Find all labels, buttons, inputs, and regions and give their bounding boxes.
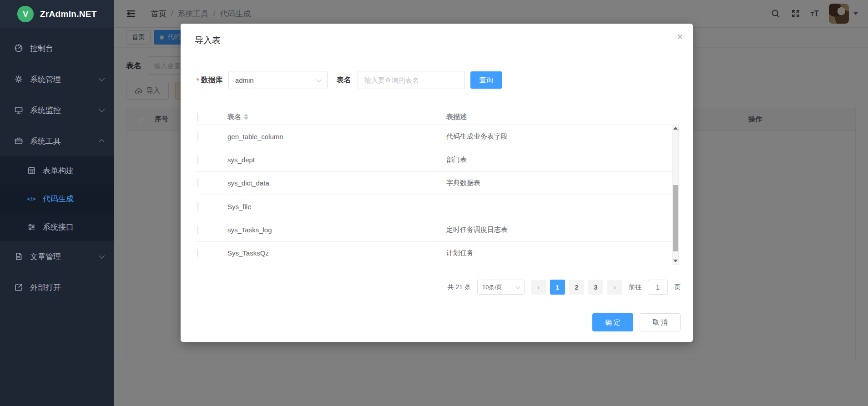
table-cell-description: 部门表 <box>446 155 672 164</box>
table-row[interactable]: gen_table_column 代码生成业务表字段 <box>197 125 672 148</box>
table-cell-name: Sys_file <box>227 203 446 211</box>
page-size-select[interactable]: 10条/页 <box>477 280 525 295</box>
sidebar-item-article-manage[interactable]: 文章管理 <box>0 241 114 272</box>
table-scroll-body[interactable]: gen_table_column 代码生成业务表字段 sys_dept 部门表 … <box>197 125 672 265</box>
table-name-input[interactable] <box>358 71 465 89</box>
sidebar-item-label: 系统工具 <box>30 136 100 146</box>
sidebar-item-form-builder[interactable]: 表单构建 <box>0 156 114 185</box>
goto-label: 前往 <box>629 283 641 291</box>
sidebar-item-system-monitor[interactable]: 系统监控 <box>0 95 114 125</box>
import-table-dialog: 导入表 × * 数据库 admin 表名 查询 表名 表描述 gen_table… <box>181 24 693 342</box>
row-checkbox[interactable] <box>197 226 198 234</box>
sidebar-item-label: 控制台 <box>30 43 104 54</box>
sidebar-item-code-generation[interactable]: </> 代码生成 <box>0 185 114 213</box>
gear-icon <box>14 74 24 84</box>
sidebar-item-label: 系统监控 <box>30 105 100 115</box>
dialog-footer: 确 定 取 消 <box>592 313 681 331</box>
sidebar-item-system-manage[interactable]: 系统管理 <box>0 64 114 95</box>
close-icon[interactable]: × <box>677 32 683 42</box>
sidebar-item-dashboard[interactable]: 控制台 <box>0 33 114 64</box>
confirm-button[interactable]: 确 定 <box>592 313 633 331</box>
row-checkbox[interactable] <box>197 179 198 187</box>
chevron-down-icon <box>316 77 321 82</box>
monitor-icon <box>14 105 24 115</box>
sidebar-item-label: 系统管理 <box>30 74 100 85</box>
required-asterisk: * <box>197 76 199 84</box>
scrollbar[interactable] <box>672 125 679 265</box>
sidebar-item-external-open[interactable]: 外部打开 <box>0 272 114 303</box>
goto-page-input[interactable] <box>648 280 668 295</box>
sort-icon[interactable] <box>244 114 248 120</box>
scroll-down-icon[interactable] <box>673 260 678 262</box>
chevron-down-icon <box>516 285 520 289</box>
table-cell-description: 计划任务 <box>446 249 672 257</box>
page-size-value: 10条/页 <box>482 283 502 291</box>
dialog-pagination: 共 21 条 10条/页 ‹ 1 2 3 › 前往 页 <box>448 280 681 295</box>
table-row[interactable]: sys_Tasks_log 定时任务调度日志表 <box>197 218 672 241</box>
sidebar-item-system-tools[interactable]: 系统工具 <box>0 125 114 156</box>
sidebar-submenu-tools: 表单构建 </> 代码生成 系统接口 <box>0 156 114 241</box>
table-cell-name: sys_Tasks_log <box>227 226 446 234</box>
prev-page-button[interactable]: ‹ <box>531 280 546 295</box>
goto-suffix: 页 <box>674 283 681 291</box>
name-column-header: 表名 <box>227 113 241 121</box>
table-row[interactable]: Sys_TasksQz 计划任务 <box>197 242 672 265</box>
sidebar-item-label: 表单构建 <box>43 165 74 176</box>
row-checkbox[interactable] <box>197 155 198 164</box>
table-cell-name: gen_table_column <box>227 133 446 140</box>
table-row[interactable]: sys_dict_data 字典数据表 <box>197 172 672 195</box>
sidebar-item-system-api[interactable]: 系统接口 <box>0 213 114 241</box>
database-label: 数据库 <box>201 75 223 85</box>
table-cell-description: 定时任务调度日志表 <box>446 226 672 234</box>
brand-name: ZrAdmin.NET <box>40 9 97 19</box>
sidebar-item-label: 代码生成 <box>43 194 74 204</box>
database-select-value: admin <box>235 76 254 84</box>
brand[interactable]: V ZrAdmin.NET <box>0 0 114 28</box>
cancel-button[interactable]: 取 消 <box>640 313 681 331</box>
table-row[interactable]: Sys_file <box>197 195 672 218</box>
table-cell-description: 代码生成业务表字段 <box>446 132 672 141</box>
next-page-button[interactable]: › <box>607 280 622 295</box>
row-checkbox[interactable] <box>197 249 198 257</box>
chevron-up-icon <box>99 139 105 145</box>
sidebar-item-label: 文章管理 <box>30 251 100 262</box>
document-icon <box>14 251 24 261</box>
dialog-table: 表名 表描述 gen_table_column 代码生成业务表字段 sys_de… <box>197 109 679 265</box>
description-column-header: 表描述 <box>446 113 679 121</box>
table-cell-description: 字典数据表 <box>446 179 672 187</box>
table-cell-name: sys_dict_data <box>227 179 446 187</box>
search-button[interactable]: 查询 <box>470 71 502 89</box>
scrollbar-thumb[interactable] <box>673 185 678 251</box>
pagination-total: 共 21 条 <box>448 283 471 291</box>
page-button-2[interactable]: 2 <box>569 280 584 295</box>
page-button-1[interactable]: 1 <box>550 280 565 295</box>
table-cell-name: Sys_TasksQz <box>227 249 446 257</box>
sidebar-item-label: 系统接口 <box>43 222 74 232</box>
sliders-icon <box>26 222 36 232</box>
select-all-checkbox[interactable] <box>197 113 198 121</box>
page-button-3[interactable]: 3 <box>588 280 603 295</box>
table-cell-name: sys_dept <box>227 156 446 164</box>
dashboard-icon <box>14 43 24 53</box>
row-checkbox[interactable] <box>197 202 198 211</box>
database-select[interactable]: admin <box>228 71 328 89</box>
chevron-down-icon <box>99 253 105 259</box>
chevron-down-icon <box>99 106 105 112</box>
row-checkbox[interactable] <box>197 132 198 141</box>
sidebar: V ZrAdmin.NET 控制台 系统管理 系统监控 <box>0 0 114 406</box>
chevron-down-icon <box>99 75 105 81</box>
form-grid-icon <box>26 165 36 175</box>
sidebar-item-label: 外部打开 <box>30 282 104 293</box>
external-link-icon <box>14 282 24 292</box>
brand-logo-icon: V <box>17 6 34 22</box>
toolbox-icon <box>14 136 24 146</box>
dialog-filter-form: * 数据库 admin 表名 查询 <box>197 71 502 89</box>
code-icon: </> <box>26 194 36 204</box>
scroll-up-icon[interactable] <box>673 127 678 130</box>
dialog-title: 导入表 <box>195 35 221 46</box>
table-row[interactable]: sys_dept 部门表 <box>197 148 672 171</box>
table-name-label: 表名 <box>337 75 351 85</box>
